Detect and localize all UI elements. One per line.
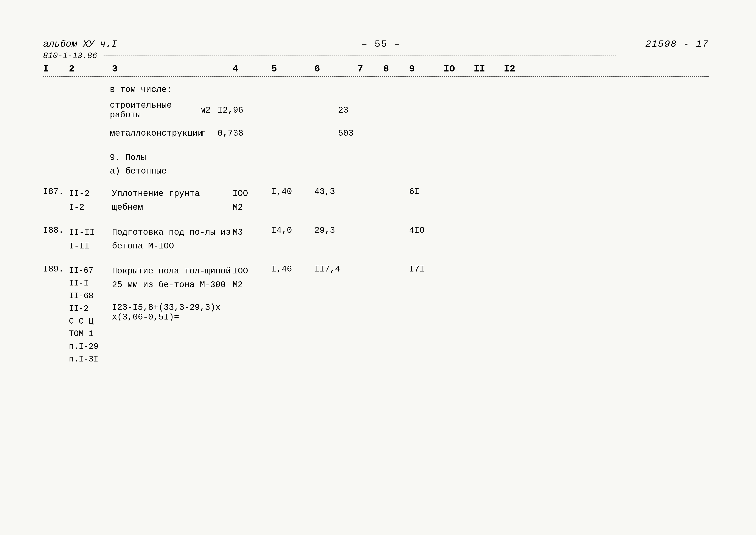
row-187-val9: 6I (409, 187, 444, 197)
page: альбом XУ ч.I – 55 – 21598 - 17 810-1-13… (0, 0, 756, 535)
col-header-6: 6 (314, 64, 357, 74)
row-187-code: II-2 I-2 (69, 187, 112, 214)
row-189-desc: Покрытие пола тол-щиной 25 мм из бе-тона… (112, 265, 233, 292)
col-header-12: I2 (504, 64, 534, 74)
row-187-desc: Уплотнение грунта щебнем (112, 187, 233, 214)
row-189-unit: IOO М2 (233, 265, 271, 292)
row-187-num: I87. (43, 187, 69, 197)
row-188-code: II-II I-II (69, 226, 112, 253)
stroitelnye-val1: I2,96 (217, 105, 256, 115)
row-189-num: I89. (43, 265, 69, 274)
metall-val9: 503 (338, 128, 364, 138)
section9-subtitle: а) бетонные (110, 165, 709, 178)
col-header-11: II (474, 64, 504, 74)
stroitelnye-val9: 23 (338, 105, 364, 115)
row-189-val2: II7,4 (314, 265, 357, 274)
col-header-8: 8 (383, 64, 409, 74)
header-subtitle: 810-1-13.86 (43, 51, 97, 61)
row-188-unit: М3 (233, 226, 271, 239)
header-right: 21598 - 17 (645, 39, 709, 49)
row-189: I89. II-67 II-I II-68 II-2 С С Ц ТОМ 1 п… (43, 258, 709, 371)
row-188-val1: I4,0 (271, 226, 314, 235)
metall-val1: 0,738 (217, 128, 256, 138)
col-header-9: 9 (409, 64, 444, 74)
row-189-val9: I7I (409, 265, 444, 274)
col-header-2: 2 (69, 64, 112, 74)
header-center: – 55 – (361, 39, 401, 49)
row-188: I88. II-II I-II Подготовка под по-лы из … (43, 219, 709, 258)
row-189-val1: I,46 (271, 265, 314, 274)
row-187-val2: 43,3 (314, 187, 357, 197)
section9-title: 9. Полы (110, 149, 709, 165)
col-header-1: I (43, 64, 69, 74)
col-header-5: 5 (271, 64, 314, 74)
row-187-val1: I,40 (271, 187, 314, 197)
row-187-unit: IOO М2 (233, 187, 271, 214)
header-left-title: альбом XУ ч.I (43, 39, 117, 49)
row-189-code: II-67 II-I II-68 II-2 С С Ц ТОМ 1 п.I-29… (69, 265, 112, 366)
col-header-7: 7 (357, 64, 383, 74)
in-tom-section: в том числе: строительные работы м2 I2,9… (110, 81, 709, 143)
in-tom-label: в том числе: (110, 81, 709, 96)
stroitelnye-unit: м2 (200, 105, 217, 115)
row-187: I87. II-2 I-2 Уплотнение грунта щебнем I… (43, 182, 709, 219)
row-189-formula1: I23-I5,8+(33,3-29,3)x (112, 303, 233, 312)
col-header-10: IO (444, 64, 474, 74)
row-189-formula2: x(3,06-0,5I)= (112, 312, 233, 322)
metall-row: металлоконструкции т 0,738 503 (110, 124, 709, 143)
column-headers: I 2 3 4 5 6 7 8 9 IO II I2 (43, 61, 709, 77)
header-area: альбом XУ ч.I – 55 – 21598 - 17 (43, 39, 709, 49)
metall-unit: т (200, 128, 217, 138)
row-188-num: I88. (43, 226, 69, 235)
stroitelnye-row: строительные работы м2 I2,96 23 (110, 96, 709, 124)
metall-label: металлоконструкции (110, 128, 200, 138)
row-188-val9: 4IO (409, 226, 444, 235)
row-188-desc: Подготовка под по-лы из бетона М-IOO (112, 226, 233, 253)
col-header-4: 4 (233, 64, 271, 74)
row-188-val2: 29,3 (314, 226, 357, 235)
col-header-3: 3 (112, 64, 233, 74)
stroitelnye-label: строительные работы (110, 100, 200, 120)
